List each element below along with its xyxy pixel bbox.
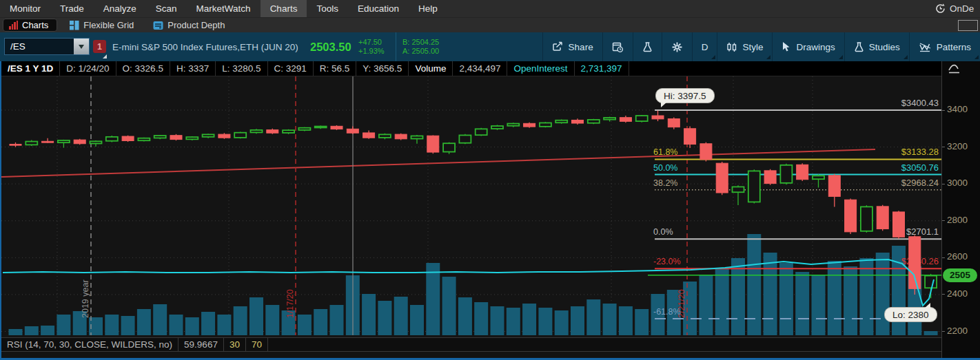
menu-item-help[interactable]: Help (409, 0, 447, 17)
volume-bar (619, 306, 633, 335)
axis-tick (942, 294, 945, 295)
flask-icon (642, 41, 653, 52)
volume-bar (876, 253, 890, 335)
red-bars-icon (9, 21, 18, 30)
candle-body (170, 136, 182, 140)
tab-product-depth[interactable]: Product Depth (146, 20, 232, 30)
volume-bar (458, 297, 472, 335)
candle-body (909, 237, 921, 289)
price-chart[interactable]: 2019 year1/17/202/21/20$3400.4361.8%$313… (1, 76, 941, 335)
axis-label: 3400 (947, 104, 968, 114)
rsi-study-bar[interactable]: RSI (14, 70, 30, CLOSE, WILDERS, no) 59.… (1, 337, 941, 352)
candle-body (925, 276, 937, 288)
volume-bar (764, 253, 777, 335)
studies-label: Studies (869, 42, 900, 52)
candle-body (298, 128, 310, 130)
menu-item-charts[interactable]: Charts (261, 0, 307, 17)
patterns-button[interactable]: Patterns (909, 32, 980, 61)
volume-bar (201, 312, 215, 335)
candle-body (540, 123, 551, 126)
ondemand-clock-icon (935, 3, 946, 14)
volume-bar (394, 297, 408, 335)
quick-study-button[interactable] (633, 32, 662, 61)
candle-body (443, 143, 455, 151)
charts-sub-toolbar: Charts Flexible Grid Product Depth (0, 17, 980, 32)
axis-label: 2400 (947, 288, 968, 299)
volume-bar (812, 275, 826, 335)
volume-bar (474, 302, 488, 335)
volume-bar (170, 315, 183, 335)
volume-bar (747, 234, 761, 335)
open-interest-label: OpenInterest (507, 61, 574, 76)
volume-bar (699, 275, 713, 335)
volume-bar (298, 315, 312, 335)
rsi-label[interactable]: RSI (14, 70, 30, CLOSE, WILDERS, no) (1, 338, 178, 351)
menu-item-education[interactable]: Education (348, 0, 409, 17)
volume-bar (555, 310, 569, 335)
link-badge[interactable]: 1 (93, 40, 106, 53)
axis-label: 2200 (947, 326, 968, 336)
candle-body (331, 126, 343, 129)
symbol-input[interactable]: /ES (4, 38, 90, 55)
high-annotation: Hi: 3397.5 (655, 88, 715, 103)
menu-item-marketwatch[interactable]: MarketWatch (187, 0, 261, 17)
patterns-label: Patterns (937, 42, 971, 52)
candle-body (315, 127, 327, 128)
panel-border-left (0, 61, 1, 360)
drawings-button[interactable]: Drawings (772, 32, 844, 61)
candle-body (748, 171, 760, 202)
share-icon (552, 41, 564, 52)
settings-button[interactable] (662, 32, 692, 61)
fib-percent-label: 50.0% (653, 163, 677, 173)
menu-item-trade[interactable]: Trade (50, 0, 94, 17)
timeframe-button[interactable]: D (692, 32, 717, 61)
candle-body (411, 136, 423, 139)
resize-handle[interactable] (103, 54, 107, 59)
window-control[interactable] (958, 20, 978, 31)
fib-price-label: $2968.24 (901, 178, 939, 188)
menu-item-monitor[interactable]: Monitor (0, 0, 50, 17)
instrument-description: E-mini S&P 500 Index Futures,ETH (JUN 20… (112, 32, 298, 61)
ondemand-button[interactable]: OnDe (935, 0, 979, 17)
volume-bar (121, 316, 135, 335)
ohlc-close: C: 3291 (268, 61, 314, 76)
tab-charts[interactable]: Charts (3, 19, 57, 32)
price-scale-mode-icon[interactable] (948, 63, 963, 74)
axis-tick (942, 331, 945, 332)
axis-label: 2600 (947, 251, 968, 262)
bid-ask: B: 2504.25 A: 2505.00 (396, 32, 439, 61)
studies-button[interactable]: Studies (844, 32, 909, 61)
price-axis[interactable]: 2505 3400320030002800260024002200 (941, 61, 980, 360)
events-button[interactable] (602, 32, 633, 61)
menu-item-analyze[interactable]: Analyze (94, 0, 146, 17)
candle-body (604, 118, 615, 120)
volume-bar (378, 301, 391, 335)
tab-flexible-grid[interactable]: Flexible Grid (63, 20, 141, 30)
menu-item-tools[interactable]: Tools (307, 0, 348, 17)
ask-value: A: 2505.00 (402, 47, 439, 56)
rsi-plot-area[interactable] (1, 352, 941, 358)
current-price-bubble: 2505 (943, 268, 977, 282)
volume-bar (185, 317, 199, 335)
vertical-marker-label: 1/17/20 (285, 289, 295, 318)
candle-body (10, 145, 21, 146)
volume-bar (538, 308, 552, 335)
style-button[interactable]: Style (717, 32, 772, 61)
style-label: Style (742, 42, 763, 52)
menu-item-scan[interactable]: Scan (146, 0, 187, 17)
thinkorswim-window: MonitorTradeAnalyzeScanMarketWatchCharts… (0, 0, 980, 360)
candle-body (668, 119, 680, 127)
symbol-dropdown-button[interactable] (74, 39, 89, 54)
open-interest-value: 2,731,397 (575, 61, 629, 76)
chart-title[interactable]: /ES 1 Y 1D (1, 61, 60, 76)
candle-body (572, 120, 584, 123)
chart-canvas[interactable]: 2019 year1/17/202/21/20$3400.4361.8%$313… (1, 76, 941, 335)
candle-body (218, 134, 230, 138)
candle-body (347, 129, 358, 133)
candle-body (700, 144, 712, 160)
share-button[interactable]: Share (542, 32, 602, 61)
fib-percent-label: -23.0% (653, 257, 681, 266)
candle-body (636, 116, 648, 121)
tab-product-depth-label: Product Depth (167, 20, 225, 30)
tab-flexible-grid-label: Flexible Grid (83, 20, 134, 30)
